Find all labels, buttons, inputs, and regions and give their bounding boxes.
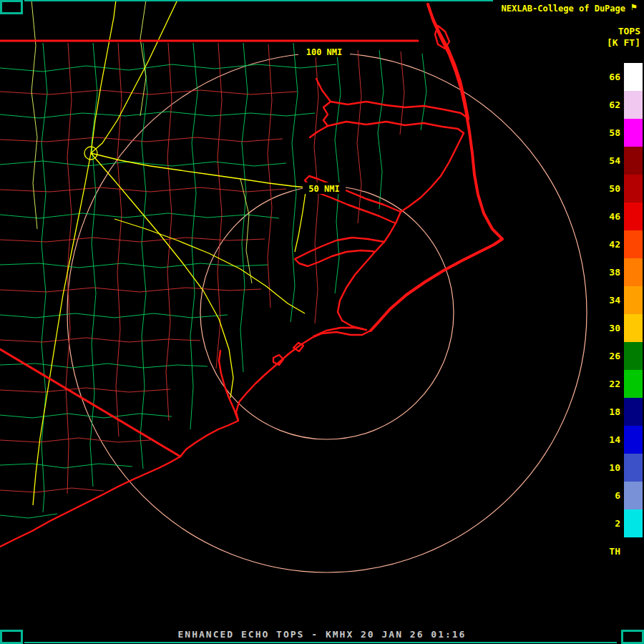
colorbar-swatch <box>624 537 643 565</box>
colorbar-row: 18 <box>599 398 643 426</box>
colorbar-units-text: [K FT] <box>607 37 640 49</box>
colorbar-swatch <box>624 482 643 509</box>
colorbar-tick-label: 66 <box>599 72 620 82</box>
colorbar-row: 14 <box>599 426 643 454</box>
cod-flag-icon: ⚑ <box>628 1 640 13</box>
colorbar-swatch <box>624 230 643 258</box>
colorbar-tick-label: 42 <box>599 239 620 250</box>
colorbar-row: 26 <box>599 342 643 370</box>
albemarle-west-tip <box>323 102 331 126</box>
colorbar-swatch <box>624 258 643 286</box>
product-caption: ENHANCED ECHO TOPS - KMHX 20 JAN 26 01:1… <box>0 629 644 640</box>
colorbar-row: 46 <box>599 203 643 230</box>
colorbar-row: 2 <box>599 509 643 537</box>
ring-label-100nmi: 100 NMI <box>306 47 343 57</box>
colorbar-tick-label: 54 <box>599 155 620 166</box>
colorbar-tick-label: 14 <box>599 434 620 445</box>
colorbar-tick-label: TH <box>599 546 620 557</box>
albemarle-north-shore <box>331 102 469 119</box>
colorbar-row: 10 <box>599 454 643 482</box>
county-lines-red <box>0 43 404 494</box>
colorbar-swatch <box>624 286 643 314</box>
colorbar-tick-label: 46 <box>599 211 620 222</box>
frame-corner-top-left <box>0 0 23 14</box>
range-ring-50nmi <box>200 186 454 439</box>
colorbar-title: TOPS [K FT] <box>607 26 640 49</box>
colorbar-swatch <box>624 398 643 426</box>
colorbar-tick-label: 38 <box>599 267 620 278</box>
coastline <box>0 4 502 547</box>
colorbar-swatch <box>624 203 643 230</box>
colorbar-swatch <box>624 91 643 119</box>
colorbar-tick-label: 18 <box>599 406 620 417</box>
colorbar-row: TH <box>599 537 643 565</box>
colorbar-swatch <box>624 370 643 398</box>
colorbar-tick-label: 22 <box>599 379 620 389</box>
colorbar-swatch <box>624 426 643 454</box>
county-lines-green <box>0 43 426 518</box>
range-rings <box>67 53 587 572</box>
colorbar-row: 22 <box>599 370 643 398</box>
colorbar-tick-label: 34 <box>599 295 620 306</box>
colorbar-swatch <box>624 119 643 147</box>
colorbar-tick-label: 58 <box>599 127 620 138</box>
colorbar-row: 58 <box>599 119 643 147</box>
colorbar-row: 66 <box>599 63 643 91</box>
colorbar-swatch <box>624 147 643 175</box>
colorbar: 66625854504642383430262218141062TH <box>599 63 643 565</box>
colorbar-tick-label: 6 <box>599 490 620 501</box>
colorbar-row: 34 <box>599 286 643 314</box>
colorbar-tick-label: 62 <box>599 99 620 110</box>
radar-map: 100 NMI 50 NMI <box>0 0 644 644</box>
roanoke-river <box>310 126 328 137</box>
outer-banks <box>371 4 502 331</box>
neuse-river <box>295 238 384 266</box>
colorbar-swatch <box>624 314 643 342</box>
pamlico-neuse-between <box>384 212 401 242</box>
ring-label-50nmi: 50 NMI <box>308 184 339 194</box>
albemarle-south-shore <box>328 122 464 133</box>
colorbar-swatch <box>624 175 643 203</box>
frame-top-line <box>24 0 493 1</box>
colorbar-tick-label: 2 <box>599 518 620 529</box>
colorbar-swatch <box>624 509 643 537</box>
colorbar-row: 54 <box>599 147 643 175</box>
colorbar-tick-label: 30 <box>599 323 620 333</box>
colorbar-row: 62 <box>599 91 643 119</box>
colorbar-tick-label: 50 <box>599 183 620 194</box>
frame-bottom-line <box>24 642 617 643</box>
radar-display: 100 NMI 50 NMI NEXLAB-College of DuPage … <box>0 0 644 644</box>
cape-fear-river <box>219 351 238 421</box>
colorbar-swatch <box>624 342 643 370</box>
colorbar-row: 50 <box>599 175 643 203</box>
colorbar-row: 6 <box>599 482 643 509</box>
colorbar-tick-label: 26 <box>599 351 620 361</box>
colorbar-row: 30 <box>599 314 643 342</box>
colorbar-row: 42 <box>599 230 643 258</box>
range-ring-100nmi <box>67 53 587 572</box>
colorbar-row: 38 <box>599 258 643 286</box>
pamlico-sound-mainland-shore <box>401 133 464 212</box>
colorbar-tick-label: 10 <box>599 462 620 473</box>
page-title: NEXLAB-College of DuPage <box>502 4 625 14</box>
core-sound-shore <box>338 242 384 329</box>
colorbar-title-text: TOPS <box>607 26 640 37</box>
colorbar-swatch <box>624 63 643 91</box>
colorbar-swatch <box>624 454 643 482</box>
